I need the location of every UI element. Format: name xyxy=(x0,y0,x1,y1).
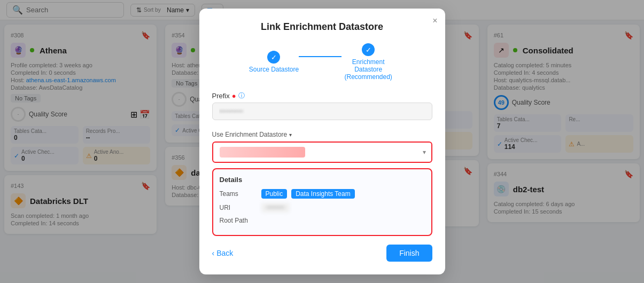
select-chevron-icon: ▾ xyxy=(423,148,426,156)
root-path-row: Root Path xyxy=(220,217,425,224)
finish-button[interactable]: Finish xyxy=(386,245,432,262)
step-source: ✓ Source Datastore xyxy=(249,51,299,73)
details-box: Details Teams Public Data Insights Team … xyxy=(212,168,432,236)
modal-title: Link Enrichment Datastore xyxy=(212,21,432,33)
use-enrichment-toggle[interactable]: Use Enrichment Datastore ▾ xyxy=(212,131,432,138)
public-tag[interactable]: Public xyxy=(261,189,288,199)
step-source-circle: ✓ xyxy=(267,51,280,64)
use-enrichment-label: Use Enrichment Datastore xyxy=(212,131,288,138)
uri-label: URI xyxy=(220,204,257,211)
data-insights-team-tag[interactable]: Data Insights Team xyxy=(291,189,355,199)
back-button[interactable]: ‹ Back xyxy=(212,249,234,257)
uri-value: •••••••• xyxy=(261,203,290,213)
select-inner-value xyxy=(220,147,305,158)
prefix-label: Prefix ● ⓘ xyxy=(212,91,432,100)
datastore-select-wrapper: ▾ xyxy=(212,142,432,163)
back-label: Back xyxy=(216,249,233,257)
step-enrichment-circle: ✓ xyxy=(362,43,375,56)
modal-close-button[interactable]: × xyxy=(432,16,437,26)
modal-overlay: × Link Enrichment Datastore ✓ Source Dat… xyxy=(0,0,644,283)
teams-label: Teams xyxy=(220,190,257,198)
step-source-label: Source Datastore xyxy=(249,66,299,73)
steps-container: ✓ Source Datastore ✓ Enrichment Datastor… xyxy=(212,43,432,81)
modal-footer: ‹ Back Finish xyxy=(212,245,432,262)
step-connector xyxy=(299,56,342,57)
step-enrichment-label: Enrichment Datastore(Recommended) xyxy=(342,58,395,81)
uri-row: URI •••••••• xyxy=(220,203,425,213)
details-title: Details xyxy=(220,176,425,184)
teams-row: Teams Public Data Insights Team xyxy=(220,189,425,199)
use-enrichment-chevron-icon: ▾ xyxy=(289,132,292,138)
back-arrow-icon: ‹ xyxy=(212,249,215,257)
modal-dialog: × Link Enrichment Datastore ✓ Source Dat… xyxy=(199,9,445,274)
datastore-select[interactable] xyxy=(212,142,432,163)
prefix-input[interactable] xyxy=(212,103,432,120)
root-path-label: Root Path xyxy=(220,217,257,224)
required-indicator: ● xyxy=(232,92,236,100)
prefix-text: Prefix xyxy=(212,92,230,100)
step-enrichment: ✓ Enrichment Datastore(Recommended) xyxy=(342,43,395,81)
info-icon: ⓘ xyxy=(238,91,245,100)
